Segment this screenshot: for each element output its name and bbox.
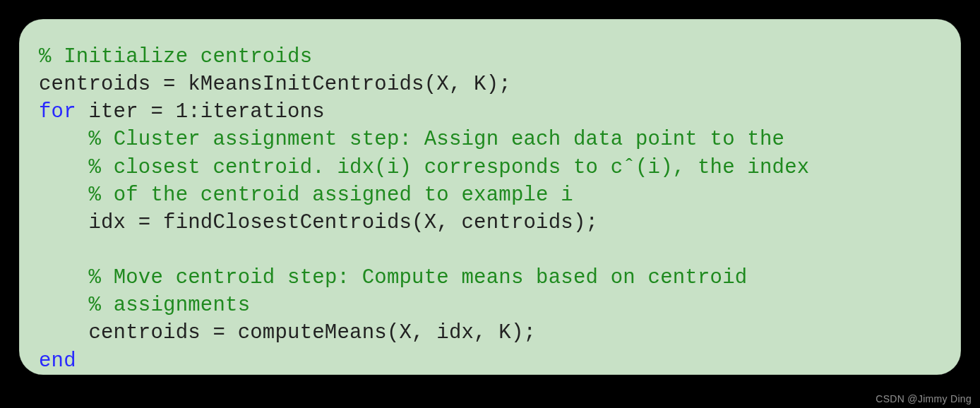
watermark: CSDN @Jimmy Ding — [876, 393, 972, 404]
code-content: % Initialize centroids centroids = kMean… — [39, 43, 941, 375]
code-block: % Initialize centroids centroids = kMean… — [19, 19, 961, 375]
